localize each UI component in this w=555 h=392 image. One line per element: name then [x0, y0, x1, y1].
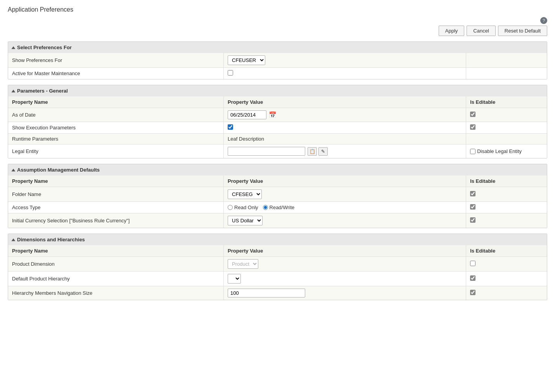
- show-exec-params-editable: [466, 122, 547, 134]
- active-master-checkbox[interactable]: [228, 70, 233, 76]
- assumption-management-table: Property Name Property Value Is Editable…: [8, 175, 547, 228]
- access-type-radio-group: Read Only Read/Write: [228, 205, 462, 210]
- show-prefs-select[interactable]: CFEUSER: [228, 55, 265, 65]
- as-of-date-editable: [466, 108, 547, 122]
- col-header-property-value: Property Value: [224, 96, 466, 108]
- product-dimension-select[interactable]: Product: [228, 259, 258, 269]
- section-parameters-general-header[interactable]: Parameters - General: [8, 85, 547, 96]
- active-master-label: Active for Master Maintenance: [8, 68, 224, 79]
- apply-button[interactable]: Apply: [439, 26, 465, 36]
- calendar-icon[interactable]: 📅: [269, 111, 277, 119]
- parameters-general-table: Property Name Property Value Is Editable…: [8, 96, 547, 158]
- show-prefs-label: Show Preferences For: [8, 53, 224, 68]
- as-of-date-editable-checkbox[interactable]: [470, 112, 475, 117]
- show-exec-params-editable-checkbox[interactable]: [470, 124, 475, 130]
- product-dimension-editable: [466, 257, 547, 272]
- col-header-is-editable: Is Editable: [466, 175, 547, 187]
- table-row: Hierarchy Members Navigation Size: [8, 286, 547, 300]
- section-parameters-general-title: Parameters - General: [17, 88, 68, 94]
- collapse-icon: [12, 89, 16, 92]
- table-header-row: Property Name Property Value Is Editable: [8, 96, 547, 108]
- section-assumption-management-header[interactable]: Assumption Management Defaults: [8, 164, 547, 175]
- read-only-text: Read Only: [234, 205, 258, 210]
- section-select-preferences-content: Show Preferences For CFEUSER Active for …: [8, 53, 547, 79]
- product-dimension-value: Product: [224, 257, 466, 272]
- disable-legal-entity-checkbox[interactable]: [470, 149, 475, 154]
- read-write-label[interactable]: Read/Write: [263, 205, 295, 210]
- table-row: Default Product Hierarchy: [8, 272, 547, 286]
- folder-name-value: CFESEG: [224, 187, 466, 202]
- reset-button[interactable]: Reset to Default: [498, 26, 547, 36]
- section-dimensions-hierarchies-header[interactable]: Dimensions and Hierarchies: [8, 234, 547, 245]
- runtime-params-label: Runtime Parameters: [8, 134, 224, 144]
- legal-entity-copy-icon[interactable]: 📋: [308, 147, 317, 156]
- help-icon-row: ?: [8, 17, 547, 24]
- folder-name-editable-checkbox[interactable]: [470, 191, 475, 196]
- select-preferences-table: Show Preferences For CFEUSER Active for …: [8, 53, 547, 79]
- table-row: Show Execution Parameters: [8, 122, 547, 134]
- table-row: Access Type Read Only Read/Write: [8, 202, 547, 213]
- legal-entity-cell: 📋 ✎: [228, 147, 462, 156]
- section-select-preferences: Select Preferences For Show Preferences …: [8, 41, 547, 79]
- default-product-hierarchy-value: [224, 272, 466, 286]
- access-type-editable: [466, 202, 547, 213]
- access-type-label: Access Type: [8, 202, 224, 213]
- section-select-preferences-title: Select Preferences For: [17, 45, 72, 50]
- hierarchy-members-nav-editable-checkbox[interactable]: [470, 290, 475, 295]
- hierarchy-members-nav-label: Hierarchy Members Navigation Size: [8, 286, 224, 300]
- folder-name-editable: [466, 187, 547, 202]
- col-header-property-name: Property Name: [8, 96, 224, 108]
- legal-entity-edit-icon[interactable]: ✎: [318, 147, 328, 156]
- col-header-property-name: Property Name: [8, 245, 224, 257]
- initial-currency-editable-checkbox[interactable]: [470, 217, 475, 223]
- read-write-radio[interactable]: [263, 205, 268, 210]
- folder-name-select[interactable]: CFESEG: [228, 189, 262, 199]
- help-icon[interactable]: ?: [540, 17, 547, 24]
- product-dimension-editable-checkbox[interactable]: [470, 261, 475, 266]
- table-row: Folder Name CFESEG: [8, 187, 547, 202]
- folder-name-label: Folder Name: [8, 187, 224, 202]
- dimensions-hierarchies-table: Property Name Property Value Is Editable…: [8, 245, 547, 300]
- section-assumption-management: Assumption Management Defaults Property …: [8, 164, 547, 228]
- collapse-icon: [12, 238, 16, 241]
- as-of-date-label: As of Date: [8, 108, 224, 122]
- section-dimensions-hierarchies-title: Dimensions and Hierarchies: [17, 237, 85, 242]
- show-exec-params-checkbox[interactable]: [228, 124, 233, 130]
- access-type-editable-checkbox[interactable]: [470, 204, 475, 210]
- hierarchy-members-nav-input[interactable]: [228, 289, 305, 297]
- cancel-button[interactable]: Cancel: [467, 26, 495, 36]
- initial-currency-select[interactable]: US Dollar: [228, 216, 263, 225]
- section-assumption-management-title: Assumption Management Defaults: [17, 167, 100, 173]
- default-product-hierarchy-editable: [466, 272, 547, 286]
- default-product-hierarchy-editable-checkbox[interactable]: [470, 275, 475, 281]
- section-select-preferences-header[interactable]: Select Preferences For: [8, 42, 547, 53]
- table-header-row: Property Name Property Value Is Editable: [8, 175, 547, 187]
- col-header-is-editable: Is Editable: [466, 245, 547, 257]
- default-product-hierarchy-select[interactable]: [228, 274, 241, 284]
- active-master-editable: [466, 68, 547, 79]
- table-header-row: Property Name Property Value Is Editable: [8, 245, 547, 257]
- show-prefs-editable: [466, 53, 547, 68]
- read-write-text: Read/Write: [270, 205, 295, 210]
- read-only-label[interactable]: Read Only: [228, 205, 258, 210]
- section-assumption-management-content: Property Name Property Value Is Editable…: [8, 175, 547, 228]
- section-parameters-general-content: Property Name Property Value Is Editable…: [8, 96, 547, 158]
- collapse-icon: [12, 46, 16, 49]
- as-of-date-value: 📅: [224, 108, 466, 122]
- product-dimension-label: Product Dimension: [8, 257, 224, 272]
- runtime-params-editable: [466, 134, 547, 144]
- runtime-params-value: Leaf Description: [224, 134, 466, 144]
- table-row: Initial Currency Selection ["Business Ru…: [8, 213, 547, 228]
- legal-entity-editable: Disable Legal Entity: [466, 144, 547, 158]
- hierarchy-members-nav-value: [224, 286, 466, 300]
- as-of-date-input[interactable]: [228, 110, 266, 119]
- disable-legal-entity-label: Disable Legal Entity: [477, 148, 522, 154]
- legal-entity-label: Legal Entity: [8, 144, 224, 158]
- legal-entity-input[interactable]: [228, 147, 305, 156]
- page-title: Application Preferences: [8, 6, 547, 13]
- show-exec-params-label: Show Execution Parameters: [8, 122, 224, 134]
- show-exec-params-value: [224, 122, 466, 134]
- read-only-radio[interactable]: [228, 205, 233, 210]
- initial-currency-value: US Dollar: [224, 213, 466, 228]
- section-parameters-general: Parameters - General Property Name Prope…: [8, 85, 547, 158]
